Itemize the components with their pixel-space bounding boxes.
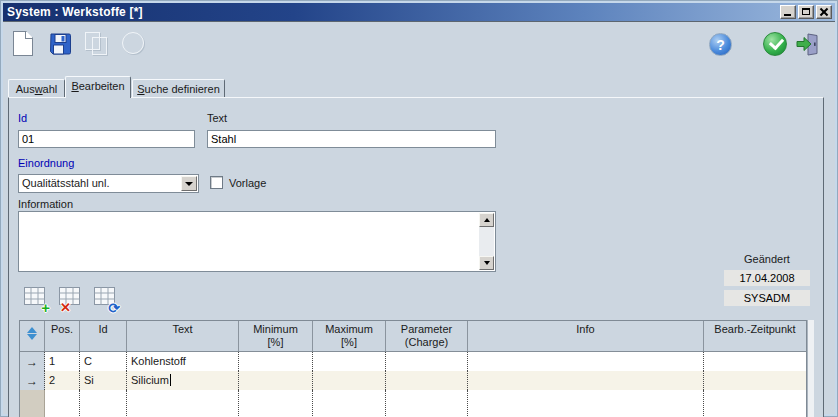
maximize-icon — [802, 8, 810, 15]
tab-label-accel: B — [71, 80, 78, 92]
triangle-down-icon — [484, 261, 490, 265]
minimize-icon — [784, 14, 791, 16]
checkmark-icon — [763, 32, 787, 56]
tab-label-accel: S — [137, 83, 144, 95]
tab-bearbeiten[interactable]: Bearbeiten — [65, 76, 131, 98]
scroll-down-button[interactable] — [479, 256, 494, 270]
sort-header-cell[interactable] — [20, 321, 45, 351]
row-indicator: → — [20, 371, 45, 390]
column-header-parameter[interactable]: Parameter(Charge) — [386, 321, 468, 351]
cell-id: Si — [80, 371, 127, 390]
modified-date-field: 17.04.2008 — [724, 270, 810, 286]
triangle-up-icon — [484, 218, 490, 222]
einordnung-dropdown[interactable]: Qualitätsstahl unl. — [18, 174, 199, 193]
vorlage-label: Vorlage — [229, 177, 266, 189]
column-header-text[interactable]: Text — [127, 321, 239, 351]
chevron-down-icon — [185, 182, 193, 186]
save-button[interactable] — [48, 31, 73, 56]
text-input[interactable] — [207, 130, 496, 148]
cell-minimum — [239, 371, 313, 390]
table-empty-area — [20, 390, 806, 417]
copy-icon — [85, 32, 107, 54]
window-controls — [780, 5, 832, 19]
row-arrow-icon: → — [26, 372, 38, 390]
close-button[interactable] — [816, 5, 832, 19]
einordnung-value: Qualitätsstahl unl. — [22, 177, 109, 189]
unknown-button-disabled — [122, 32, 144, 54]
tab-label: ahl — [43, 83, 58, 95]
cell-id: C — [80, 352, 127, 371]
help-icon: ? — [709, 33, 732, 56]
table-scrollbar-track[interactable] — [807, 320, 814, 417]
help-button[interactable]: ? — [709, 33, 732, 56]
application-window: System : Werkstoffe [*] ? — [0, 0, 838, 417]
save-floppy-icon — [48, 31, 73, 56]
tab-label-accel: w — [35, 83, 43, 95]
refresh-rows-button[interactable]: ⟳ — [94, 287, 118, 311]
einordnung-label: Einordnung — [18, 157, 74, 169]
cell-parameter — [386, 371, 468, 390]
cell-maximum — [313, 371, 386, 390]
information-label: Information — [18, 198, 73, 210]
window-title: System : Werkstoffe [*] — [3, 5, 143, 19]
tab-auswahl[interactable]: Auswahl — [8, 79, 65, 98]
id-input[interactable] — [18, 130, 195, 148]
cell-pos: 2 — [45, 371, 80, 390]
cell-pos: 1 — [45, 352, 80, 371]
minimize-button[interactable] — [780, 5, 796, 19]
column-header-id[interactable]: Id — [80, 321, 127, 351]
circle-icon — [122, 32, 144, 54]
exit-button[interactable] — [794, 31, 821, 57]
cell-text[interactable]: Silicium — [127, 371, 239, 390]
plus-icon: + — [41, 301, 50, 314]
refresh-icon: ⟳ — [108, 302, 120, 315]
row-indicator: → — [20, 352, 45, 371]
table-row[interactable]: → 1 C Kohlenstoff — [20, 352, 806, 371]
sort-icon — [27, 327, 37, 340]
delete-x-icon: ✕ — [60, 301, 71, 314]
row-arrow-icon: → — [26, 353, 38, 371]
textarea-scrollbar[interactable] — [479, 213, 494, 270]
column-header-info[interactable]: Info — [468, 321, 704, 351]
column-header-maximum[interactable]: Maximum[%] — [313, 321, 386, 351]
geaendert-label: Geändert — [724, 253, 810, 265]
exit-door-icon — [794, 31, 821, 57]
cell-info — [468, 352, 704, 371]
cell-maximum — [313, 352, 386, 371]
column-header-pos[interactable]: Pos. — [45, 321, 80, 351]
modified-user-field: SYSADM — [724, 290, 810, 306]
add-row-button[interactable]: + — [24, 287, 48, 311]
text-label: Text — [207, 112, 227, 124]
cell-info — [468, 371, 704, 390]
tab-label: Aus — [16, 83, 35, 95]
positions-table: Pos. Id Text Minimum[%] Maximum[%] Param… — [19, 320, 807, 417]
titlebar[interactable]: System : Werkstoffe [*] — [3, 3, 835, 22]
cell-minimum — [239, 352, 313, 371]
cell-bearb-zeitpunkt — [704, 352, 806, 371]
column-header-bearb-zeitpunkt[interactable]: Bearb.-Zeitpunkt — [704, 321, 806, 351]
text-cursor — [170, 374, 171, 386]
maximize-button[interactable] — [798, 5, 814, 19]
close-icon — [819, 8, 829, 16]
vorlage-checkbox[interactable] — [210, 176, 223, 189]
tab-suche-definieren[interactable]: Suche definieren — [132, 79, 225, 98]
column-header-minimum[interactable]: Minimum[%] — [239, 321, 313, 351]
table-row-selected[interactable]: → 2 Si Silicium — [20, 371, 806, 390]
dropdown-button[interactable] — [181, 176, 197, 191]
copy-button-disabled — [85, 32, 107, 54]
id-label: Id — [18, 112, 27, 124]
scroll-up-button[interactable] — [479, 213, 494, 227]
new-button[interactable] — [13, 31, 33, 56]
cell-parameter — [386, 352, 468, 371]
table-header-row: Pos. Id Text Minimum[%] Maximum[%] Param… — [20, 321, 806, 352]
delete-row-button[interactable]: ✕ — [59, 287, 83, 311]
tab-label: earbeiten — [79, 80, 125, 92]
information-textarea[interactable] — [18, 211, 496, 272]
cell-bearb-zeitpunkt — [704, 371, 806, 390]
new-document-icon — [13, 31, 33, 56]
cell-text: Kohlenstoff — [127, 352, 239, 371]
tab-label: uche definieren — [145, 83, 220, 95]
ok-button[interactable] — [763, 32, 787, 56]
